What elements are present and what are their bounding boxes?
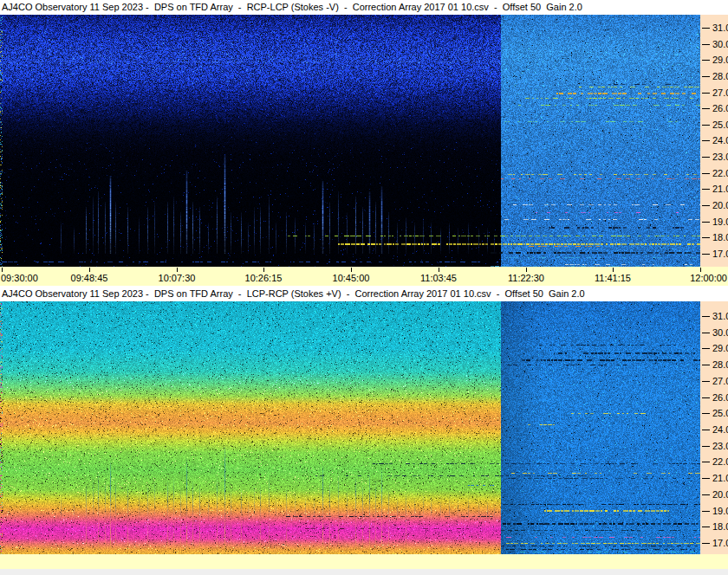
- freq-tick: [702, 222, 710, 223]
- time-tick: [263, 268, 264, 272]
- time-tick: [700, 268, 701, 272]
- freq-label: 21.0: [712, 184, 728, 194]
- freq-label: 24.0: [712, 424, 728, 435]
- time-label: 10:07:30: [138, 273, 216, 283]
- freq-tick: [702, 413, 710, 414]
- time-tick: [526, 268, 527, 272]
- freq-tick: [702, 60, 710, 61]
- freq-label: 25.0: [712, 408, 728, 418]
- freq-label: 26.0: [712, 392, 728, 403]
- time-tick: [2, 268, 3, 272]
- freq-tick: [702, 527, 710, 527]
- freq-label: 27.0: [712, 376, 728, 386]
- freq-label: 24.0: [712, 135, 728, 145]
- freq-tick: [702, 254, 710, 255]
- time-label: 10:26:15: [224, 273, 302, 283]
- time-tick: [89, 268, 90, 272]
- freq-label: 20.0: [712, 489, 728, 500]
- freq-tick: [702, 462, 710, 462]
- radio-sky-spectrograph-window: AJ4CO Observatory 11 Sep 2023 - DPS on T…: [0, 0, 728, 575]
- top-spectrogram[interactable]: [0, 15, 700, 267]
- freq-tick: [702, 173, 710, 174]
- time-tick: [177, 268, 178, 272]
- freq-label: 30.0: [712, 39, 728, 49]
- freq-label: 25.0: [712, 120, 728, 130]
- time-tick: [439, 268, 439, 272]
- top-panel-title: AJ4CO Observatory 11 Sep 2023 - DPS on T…: [0, 0, 728, 15]
- freq-tick: [702, 446, 710, 447]
- freq-label: 22.0: [712, 168, 728, 178]
- time-label: 11:03:45: [400, 273, 478, 283]
- time-tick: [351, 268, 352, 272]
- freq-label: 20.0: [712, 200, 728, 210]
- freq-tick: [702, 333, 710, 333]
- freq-label: 21.0: [712, 473, 728, 483]
- freq-tick: [702, 237, 710, 238]
- freq-tick: [702, 157, 710, 158]
- freq-tick: [702, 28, 710, 29]
- freq-label: 28.0: [712, 359, 728, 370]
- freq-tick: [702, 397, 710, 398]
- freq-label: 23.0: [712, 441, 728, 451]
- time-tick: [613, 268, 614, 272]
- freq-label: 26.0: [712, 103, 728, 113]
- time-axis: 09:30:0009:48:4510:07:3010:26:1510:45:00…: [0, 267, 728, 286]
- top-freq-axis: 31.030.029.028.027.026.025.024.023.022.0…: [700, 15, 728, 267]
- freq-tick: [702, 381, 710, 382]
- freq-tick: [702, 76, 710, 77]
- freq-tick: [702, 494, 710, 495]
- bottom-spectrogram[interactable]: [0, 301, 700, 554]
- freq-label: 19.0: [712, 216, 728, 227]
- freq-tick: [702, 365, 710, 365]
- freq-label: 23.0: [712, 152, 728, 162]
- freq-tick: [702, 93, 710, 94]
- freq-tick: [702, 205, 710, 206]
- freq-tick: [702, 140, 710, 141]
- freq-label: 18.0: [712, 521, 728, 532]
- freq-tick: [702, 511, 710, 512]
- freq-tick: [702, 108, 710, 109]
- freq-tick: [702, 125, 710, 126]
- freq-label: 29.0: [712, 55, 728, 65]
- freq-label: 29.0: [712, 343, 728, 353]
- freq-tick: [702, 316, 710, 317]
- freq-label: 22.0: [712, 456, 728, 467]
- freq-tick: [702, 189, 710, 190]
- freq-tick: [702, 543, 710, 544]
- freq-label: 19.0: [712, 506, 728, 516]
- bottom-panel-title: AJ4CO Observatory 11 Sep 2023 - DPS on T…: [0, 286, 728, 301]
- time-label: 11:22:30: [487, 273, 565, 283]
- time-label: 10:45:00: [312, 273, 390, 283]
- bottom-window-edge: [0, 569, 728, 575]
- time-label: 12:00:00: [690, 273, 727, 283]
- time-label: 11:41:15: [574, 273, 652, 283]
- time-label: 09:30:00: [1, 273, 38, 283]
- freq-label: 27.0: [712, 87, 728, 98]
- freq-tick: [702, 348, 710, 349]
- bottom-time-strip: [0, 554, 728, 569]
- freq-label: 31.0: [712, 311, 728, 321]
- freq-label: 17.0: [712, 538, 728, 548]
- freq-label: 18.0: [712, 232, 728, 242]
- time-label: 09:48:45: [50, 273, 128, 283]
- freq-tick: [702, 430, 710, 430]
- bottom-freq-axis: 31.030.029.028.027.026.025.024.023.022.0…: [700, 301, 728, 554]
- freq-tick: [702, 44, 710, 45]
- freq-label: 17.0: [712, 249, 728, 259]
- freq-label: 28.0: [712, 71, 728, 81]
- freq-tick: [702, 478, 710, 479]
- freq-label: 31.0: [712, 23, 728, 33]
- freq-label: 30.0: [712, 327, 728, 338]
